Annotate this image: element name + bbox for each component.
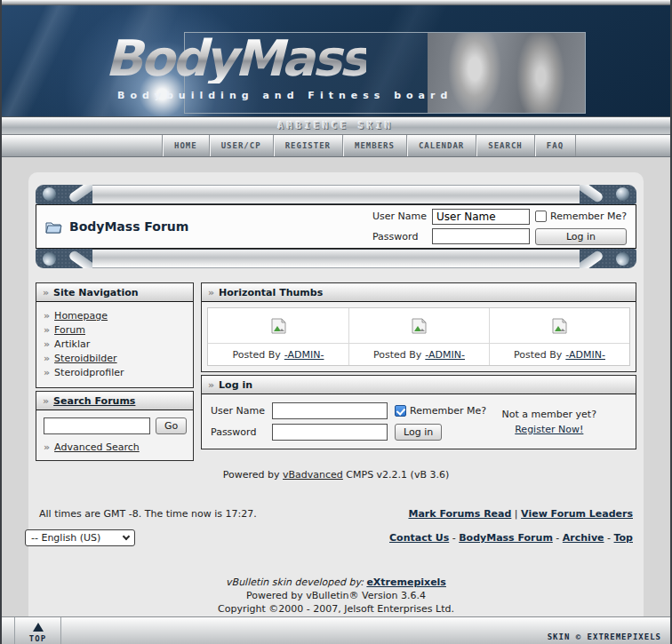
top-link[interactable]: Top (614, 532, 633, 544)
thumb-image-slot[interactable] (349, 308, 489, 344)
search-forums-header: » Search Forums (36, 392, 193, 410)
thumb-image-slot[interactable] (208, 308, 348, 344)
login-panel: » Log in User Name Remember Me? (201, 375, 636, 449)
bullet-icon: » (43, 395, 49, 407)
top-button-label: TOP (29, 634, 46, 643)
thumb-image-slot[interactable] (490, 308, 629, 344)
contact-us-link[interactable]: Contact Us (389, 532, 449, 544)
skin-title-bar: AMBIENCE SKIN (2, 116, 670, 135)
tab-members[interactable]: MEMBERS (342, 135, 406, 156)
footer-links: Contact Us - BodyMass Forum - Archive - … (389, 532, 633, 544)
dash-separator: - (607, 532, 611, 544)
site-navigation-header: » Site Navigation (36, 283, 193, 302)
mark-forums-read-link[interactable]: Mark Forums Read (408, 508, 511, 520)
forum-header-box: BodyMass Forum User Name Remember Me? Pa… (36, 204, 636, 249)
sidebar-item-steroidprofiler[interactable]: Steroidprofiler (54, 366, 124, 380)
sidebar-item-artiklar[interactable]: Artiklar (54, 338, 90, 352)
login-button[interactable]: Log in (395, 424, 442, 441)
times-row: All times are GMT -8. The time now is 17… (36, 508, 636, 520)
language-row: -- English (US) Contact Us - BodyMass Fo… (36, 529, 636, 546)
sidebar-item-steroidbilder[interactable]: Steroidbilder (54, 352, 116, 366)
go-button[interactable]: Go (156, 417, 187, 434)
swoosh-ornament (580, 250, 604, 268)
view-forum-leaders-link[interactable]: View Forum Leaders (521, 508, 633, 520)
tab-usercp[interactable]: USER/CP (209, 135, 273, 156)
thumb-item: Posted By -ADMIN- (348, 308, 489, 365)
broken-image-icon (412, 318, 427, 334)
horizontal-thumbs-header: » Horizontal Thumbs (202, 283, 636, 302)
remember-row: Remember Me? (535, 211, 627, 222)
list-item: » Artiklar (44, 338, 186, 352)
tab-calendar[interactable]: CALENDAR (406, 135, 476, 156)
list-item: » Steroidprofiler (44, 366, 186, 380)
page: BodyMass Bodybuilding and Fitness board … (0, 0, 672, 644)
horizontal-thumbs-panel: » Horizontal Thumbs (201, 282, 636, 372)
author-link[interactable]: -ADMIN- (425, 349, 465, 361)
footer-credits: vBulletin skin developed by: eXtremepixe… (36, 576, 636, 619)
advanced-search-link[interactable]: Advanced Search (54, 441, 140, 453)
deco-middle (92, 185, 580, 204)
list-item: » Steroidbilder (44, 352, 186, 366)
posted-by-label: Posted By (233, 349, 281, 361)
columns: » Site Navigation » Homepage » Forum (36, 282, 636, 461)
tab-register[interactable]: REGISTER (273, 135, 342, 156)
vbadvanced-credit: Powered by vBadvanced CMPS v2.2.1 (vB 3.… (36, 469, 636, 481)
bullet-icon: » (44, 441, 50, 453)
scroll-to-top-button[interactable]: TOP (14, 617, 61, 644)
author-link[interactable]: -ADMIN- (284, 349, 324, 361)
posted-by-label: Posted By (373, 349, 421, 361)
deco-corner-right (580, 249, 636, 268)
bullet-icon: » (44, 338, 50, 352)
bullet-icon: » (44, 323, 50, 338)
sphere-ornament (43, 187, 56, 201)
remember-row: Remember Me? (395, 405, 486, 417)
tab-search[interactable]: SEARCH (476, 135, 534, 156)
password-label: Password (211, 426, 265, 438)
login-button[interactable]: Log in (535, 228, 627, 245)
deco-corner-right (580, 185, 636, 204)
header-deco-bottom (36, 249, 636, 268)
username-label: User Name (211, 405, 265, 417)
tab-faq[interactable]: FAQ (534, 135, 575, 156)
broken-image-icon (271, 318, 286, 334)
username-input[interactable] (432, 209, 530, 225)
main-area: BodyMass Forum User Name Remember Me? Pa… (2, 157, 670, 605)
register-now-link[interactable]: Register Now! (515, 424, 583, 435)
extremepixels-link[interactable]: eXtremepixels (366, 576, 446, 588)
search-input[interactable] (44, 417, 150, 434)
list-item: » Homepage (44, 309, 186, 323)
forum-home-link[interactable]: BodyMass Forum (459, 532, 553, 544)
bullet-icon: » (44, 352, 50, 366)
bullet-icon: » (44, 366, 50, 380)
tab-divider (575, 135, 576, 156)
skin-title: AMBIENCE SKIN (278, 121, 394, 131)
remember-checkbox[interactable] (395, 405, 406, 417)
posted-by-label: Posted By (514, 349, 562, 361)
advanced-search-row: » Advanced Search (44, 441, 186, 453)
deco-corner-left (36, 249, 92, 268)
vbadvanced-link[interactable]: vBadvanced (283, 469, 343, 481)
powered-prefix: Powered by (223, 469, 280, 481)
password-input[interactable] (432, 228, 530, 244)
sidebar-item-forum[interactable]: Forum (54, 323, 85, 338)
search-forums-title[interactable]: Search Forums (53, 395, 135, 407)
header-deco-top (36, 185, 636, 204)
remember-checkbox[interactable] (535, 211, 547, 222)
skin-credit-line: vBulletin skin developed by: eXtremepixe… (36, 576, 636, 589)
thumb-grid: Posted By -ADMIN- (207, 307, 630, 366)
site-navigation-panel: » Site Navigation » Homepage » Forum (36, 282, 194, 388)
list-item: » Forum (44, 323, 186, 338)
archive-link[interactable]: Archive (563, 532, 604, 544)
bullet-icon: » (208, 287, 214, 298)
language-select[interactable]: -- English (US) (25, 529, 135, 546)
not-member-text: Not a member yet? (502, 407, 596, 422)
tab-home[interactable]: HOME (162, 135, 209, 156)
password-input[interactable] (272, 424, 388, 441)
logo-tagline: Bodybuilding and Fitness board (117, 90, 452, 101)
banner: BodyMass Bodybuilding and Fitness board (2, 5, 670, 116)
author-link[interactable]: -ADMIN- (565, 349, 605, 361)
login-panel-body: User Name Remember Me? Password Log in (202, 394, 636, 449)
dash-separator: - (452, 532, 456, 544)
sidebar-item-homepage[interactable]: Homepage (54, 309, 108, 323)
username-input[interactable] (272, 402, 388, 419)
